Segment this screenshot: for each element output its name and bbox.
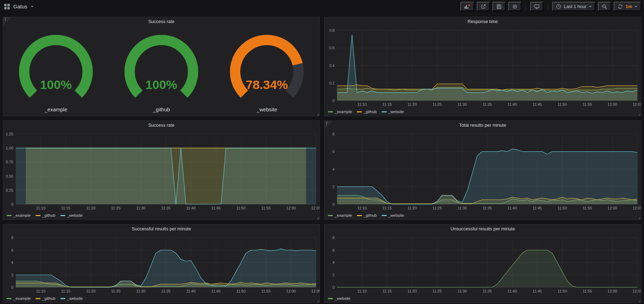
legend-series-color	[328, 298, 333, 299]
svg-text:11:25: 11:25	[111, 206, 120, 210]
success-rate-chart[interactable]: 11:1011:1511:2011:2511:3011:3511:4011:45…	[3, 130, 320, 211]
svg-text:11:55: 11:55	[583, 289, 592, 293]
save-icon	[496, 4, 502, 9]
legend-item-_example[interactable]: _example	[7, 213, 31, 217]
total-results-chart[interactable]: 11:1011:1511:2011:2511:3011:3511:4011:45…	[324, 130, 641, 211]
zoom-out-button[interactable]	[598, 2, 611, 11]
tv-monitor-icon	[534, 4, 540, 9]
svg-text:0: 0	[11, 285, 13, 289]
svg-text:11:15: 11:15	[382, 102, 392, 106]
panel-title[interactable]: Successful results per minute	[3, 224, 320, 233]
legend-item-_website[interactable]: _website	[382, 110, 404, 114]
legend-item-_github[interactable]: _github	[36, 296, 56, 301]
response-time-chart[interactable]: 11:1011:1511:2011:2511:3011:3511:4011:45…	[324, 26, 641, 107]
gauge-value: 100%	[146, 78, 177, 92]
svg-text:11:30: 11:30	[136, 289, 146, 293]
panel-title[interactable]: Total results per minute	[324, 121, 641, 130]
svg-text:1.25: 1.25	[6, 132, 13, 136]
svg-text:2: 2	[332, 273, 335, 277]
legend-series-color	[36, 215, 41, 216]
legend-series-label: _website	[388, 213, 404, 217]
add-panel-button[interactable]	[460, 2, 474, 11]
panel-title[interactable]: Success rate	[3, 17, 320, 26]
chart-legend: _example_github_website	[324, 211, 641, 220]
chevron-down-icon[interactable]	[31, 6, 34, 7]
legend-series-label: _website	[67, 213, 83, 217]
legend-series-label: _example	[13, 296, 31, 301]
gauge-label: _example	[44, 105, 67, 116]
svg-text:11:20: 11:20	[86, 206, 96, 210]
successful-results-chart[interactable]: 11:1011:1511:2011:2511:3011:3511:4011:45…	[3, 233, 320, 294]
svg-text:11:30: 11:30	[458, 102, 467, 106]
svg-text:11:35: 11:35	[483, 289, 492, 293]
legend-series-label: _example	[335, 110, 352, 114]
panel-title[interactable]: Success rate	[3, 121, 320, 130]
legend-item-_github[interactable]: _github	[357, 110, 377, 114]
panel-response-time: Response time 11:1011:1511:2011:2511:301…	[324, 17, 641, 116]
legend-item-_website[interactable]: _website	[328, 296, 350, 301]
svg-text:11:40: 11:40	[507, 206, 517, 210]
refresh-button[interactable]: 1m	[614, 2, 641, 11]
svg-text:0.6: 0.6	[329, 46, 335, 50]
legend-item-_github[interactable]: _github	[36, 213, 56, 217]
panel-success-rate-gauges: i Success rate 100%_example100%_github78…	[3, 17, 320, 116]
legend-series-color	[36, 298, 41, 299]
chevron-down-icon	[635, 6, 637, 7]
svg-text:11:55: 11:55	[583, 206, 592, 210]
gauge-row: 100%_example100%_github78.34%_website	[3, 26, 320, 116]
svg-text:0.25: 0.25	[6, 188, 13, 192]
svg-text:0.50: 0.50	[6, 174, 13, 178]
info-icon[interactable]: i	[3, 17, 12, 25]
cycle-view-button[interactable]	[530, 2, 543, 11]
panel-successful-results: Successful results per minute 11:1011:15…	[3, 224, 320, 303]
time-range-label: Last 1 hour	[564, 4, 586, 9]
legend-item-_website[interactable]: _website	[60, 213, 83, 217]
svg-text:11:25: 11:25	[432, 102, 442, 106]
panel-title[interactable]: Unsuccessful results per minute	[324, 224, 641, 233]
legend-item-_example[interactable]: _example	[328, 110, 352, 114]
svg-text:6: 6	[332, 149, 335, 154]
unsuccessful-results-chart[interactable]: 11:1011:1511:2011:2511:3011:3511:4011:45…	[324, 233, 641, 294]
legend-item-_website[interactable]: _website	[60, 296, 83, 301]
svg-text:0.4: 0.4	[329, 64, 335, 68]
svg-text:0: 0	[332, 285, 335, 289]
panel-unsuccessful-results: Unsuccessful results per minute 11:1011:…	[324, 224, 641, 303]
svg-text:11:30: 11:30	[458, 289, 467, 293]
panel-title[interactable]: Response time	[324, 17, 641, 26]
svg-text:11:35: 11:35	[161, 206, 171, 210]
legend-item-_example[interactable]: _example	[328, 213, 352, 217]
svg-text:12:05: 12:05	[311, 289, 320, 293]
svg-text:11:25: 11:25	[432, 289, 442, 293]
svg-text:11:50: 11:50	[558, 289, 567, 293]
share-button[interactable]	[477, 2, 490, 11]
info-icon[interactable]: i	[324, 121, 333, 129]
legend-series-label: _website	[335, 296, 350, 301]
legend-item-_website[interactable]: _website	[382, 213, 404, 217]
svg-text:0.2: 0.2	[329, 81, 335, 85]
legend-item-_example[interactable]: _example	[7, 296, 31, 301]
gauge-label: _website	[256, 105, 277, 116]
gauge-_github: 100%_github	[109, 26, 214, 116]
time-range-picker[interactable]: Last 1 hour	[552, 2, 595, 11]
svg-text:2: 2	[11, 273, 13, 277]
svg-text:11:30: 11:30	[458, 206, 467, 210]
svg-text:11:40: 11:40	[186, 289, 196, 293]
legend-series-color	[357, 215, 362, 216]
svg-text:11:10: 11:10	[36, 289, 45, 293]
settings-button[interactable]	[508, 2, 521, 11]
toolbar-divider	[548, 3, 548, 10]
gauge-value: 78.34%	[246, 78, 288, 92]
svg-text:11:35: 11:35	[483, 102, 492, 106]
svg-text:11:15: 11:15	[61, 206, 71, 210]
gauge-_website: 78.34%_website	[214, 26, 320, 116]
svg-text:12:00: 12:00	[608, 102, 617, 106]
legend-item-_github[interactable]: _github	[357, 213, 377, 217]
apps-grid-icon[interactable]	[4, 4, 10, 9]
legend-series-color	[382, 215, 387, 216]
dashboard-title[interactable]: Gatus	[13, 3, 27, 9]
svg-text:11:20: 11:20	[408, 206, 417, 210]
legend-series-color	[60, 215, 65, 216]
svg-text:11:50: 11:50	[558, 206, 567, 210]
save-button[interactable]	[492, 2, 506, 11]
svg-text:0: 0	[332, 202, 335, 206]
